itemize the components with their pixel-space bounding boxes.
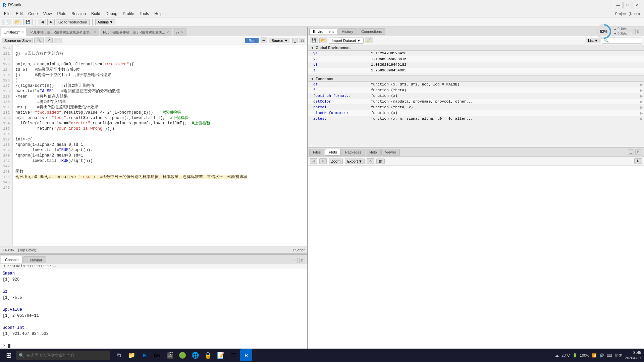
env-max-btn[interactable]: □ <box>635 29 641 34</box>
plots-back-btn[interactable]: ◀ <box>310 158 317 164</box>
import-dataset-btn[interactable]: Import Dataset ▼ <box>329 38 364 44</box>
console-min-btn[interactable]: _ <box>292 258 298 263</box>
pane-min-btn[interactable]: _ <box>292 38 298 43</box>
tab-packages[interactable]: Packages <box>341 149 365 156</box>
open-file-btn[interactable]: 📂 <box>13 19 22 25</box>
close-btn[interactable]: ✕ <box>633 2 641 8</box>
menu-view[interactable]: View <box>41 11 55 17</box>
code-content[interactable]: g) #回归方程作为矩方程 on(x,n,sigma,alpha,u0=0,al… <box>13 45 307 246</box>
go-to-file-btn[interactable]: Go to file/function <box>56 19 90 25</box>
files-max-btn[interactable]: □ <box>635 149 641 155</box>
menu-debug[interactable]: Debug <box>103 11 120 17</box>
format-btn[interactable]: — <box>54 38 62 43</box>
file-explorer-icon[interactable]: 📁 <box>125 349 138 361</box>
env-row-y3[interactable]: y3 1.08392019449182 <box>308 62 644 68</box>
files-min-btn[interactable]: _ <box>628 149 634 155</box>
env-row-z[interactable]: z 1.95996398454005 <box>308 68 644 73</box>
env-func-df[interactable]: df function (x, df1, df2, ncp, log = FAL… <box>308 82 644 87</box>
console-line-pval-label: $p.value <box>3 307 305 313</box>
back-btn[interactable]: ◀ <box>39 19 46 25</box>
menu-profile[interactable]: Profile <box>120 11 137 17</box>
menu-tools[interactable]: Tools <box>137 11 152 17</box>
green-app-icon[interactable]: 🟢 <box>176 349 189 361</box>
env-save-btn[interactable]: 💾 <box>310 38 318 43</box>
script-type: R Script <box>291 248 305 252</box>
pane-max-btn[interactable]: □ <box>300 38 305 43</box>
tab-pbl1[interactable]: PBL中稿：基于R语言实现重庆房价走势... ✕ <box>28 28 99 36</box>
delete-plot-btn[interactable]: ✕ <box>367 158 374 164</box>
tab-help[interactable]: Help <box>366 149 381 156</box>
tab-untitled[interactable]: Untitled1* ✕ <box>1 28 27 36</box>
taskbar-search-container[interactable]: 🔍 <box>16 351 110 360</box>
menu-plots[interactable]: Plots <box>55 11 69 17</box>
tab-plots[interactable]: Plots <box>325 149 340 156</box>
source-on-save-btn[interactable]: Source on Save <box>2 38 33 43</box>
run-button[interactable]: Run <box>245 38 259 43</box>
rstudio-icon[interactable]: R <box>240 349 252 361</box>
spell-btn[interactable]: ✓ <box>45 38 53 43</box>
tab-terminal[interactable]: Terminal <box>23 256 46 263</box>
code-editor[interactable]: 120121122123 124125126127 128129130131 1… <box>0 45 307 246</box>
forward-btn[interactable]: ▶ <box>47 19 55 25</box>
tab-rx[interactable]: rx ✕ <box>173 28 187 36</box>
env-min-btn[interactable]: _ <box>628 29 634 34</box>
tab-console[interactable]: Console <box>1 256 23 263</box>
refresh-btn[interactable]: ↻ <box>634 158 642 164</box>
taskbar-search-input[interactable] <box>26 353 107 358</box>
env-func-f[interactable]: f function (theta) ▶ <box>308 87 644 93</box>
console-output[interactable]: $mean [1] 928 $z [1] -6.6 $p.value [1] 2… <box>0 269 307 349</box>
console-max-btn[interactable]: □ <box>299 258 305 263</box>
tab-viewer[interactable]: Viewer <box>381 149 400 156</box>
media-icon[interactable]: 🎬 <box>164 349 176 361</box>
tab-environment[interactable]: Environment <box>309 28 337 35</box>
menu-edit[interactable]: Edit <box>13 11 25 17</box>
files-tabs: Files Plots Packages Help Viewer <box>309 149 400 156</box>
env-load-btn[interactable]: 📂 <box>319 38 327 43</box>
menu-code[interactable]: Code <box>25 11 41 17</box>
env-func-normal[interactable]: normal function (theta, x) ▶ <box>308 105 644 110</box>
menu-help[interactable]: Help <box>152 11 165 17</box>
taskview-btn[interactable]: ⧉ <box>113 349 125 361</box>
clock-date: 2020/6/27 <box>625 356 641 361</box>
edge-icon[interactable]: e <box>138 349 150 361</box>
browser-icon[interactable]: 🌐 <box>189 349 201 361</box>
plots-forward-btn[interactable]: ▶ <box>319 158 327 164</box>
addins-btn[interactable]: Addins ▼ <box>95 19 116 25</box>
window-controls: — □ ✕ <box>614 2 641 8</box>
export-btn[interactable]: Export ▼ <box>345 159 365 164</box>
menu-session[interactable]: Session <box>69 11 89 17</box>
env-row-y1[interactable]: y1 1.11234939596426 <box>308 51 644 56</box>
env-func-ztest[interactable]: z.test function (x, n, sigma, alpha, u0 … <box>308 116 644 122</box>
tab-pbl2[interactable]: PBL小组报告终稿：基于R语言实现重庆... ✕ <box>100 28 172 36</box>
menu-build[interactable]: Build <box>89 11 103 17</box>
console-line-z-val: [1] -6.6 <box>3 295 305 301</box>
shield-icon[interactable]: 🛡 <box>227 349 239 361</box>
maximize-btn[interactable]: □ <box>623 2 632 8</box>
store-icon[interactable]: 🛍 <box>151 349 163 361</box>
tab-pbl2-close[interactable]: ✕ <box>166 31 169 34</box>
system-tray: ☁ 23°C 🔋 100% 📶 🔊 ⌨ 简体 8:45 2020/6/27 <box>555 350 641 361</box>
save-btn[interactable]: 💾 <box>23 19 33 25</box>
word-icon[interactable]: 📝 <box>215 349 227 361</box>
clear-plots-btn[interactable]: 🗑 <box>376 159 385 164</box>
env-func-footinch[interactable]: footinch_format... function (x) ▶ <box>308 93 644 99</box>
tab-history[interactable]: History <box>338 28 357 35</box>
menu-file[interactable]: File <box>1 11 13 17</box>
find-btn[interactable]: 🔍 <box>34 38 44 43</box>
new-file-btn[interactable]: 📄 <box>2 19 11 25</box>
tab-pbl1-close[interactable]: ✕ <box>94 31 96 34</box>
tab-files[interactable]: Files <box>309 149 324 156</box>
env-func-timehm[interactable]: timeHM_formatter function (x) ▶ <box>308 110 644 116</box>
re-run-btn[interactable]: ↩ <box>261 38 267 43</box>
clear-env-btn[interactable]: 🧹 <box>365 38 373 43</box>
tab-connections[interactable]: Connections <box>358 28 385 35</box>
start-button[interactable]: ⊞ <box>3 349 15 361</box>
minimize-btn[interactable]: — <box>614 2 623 8</box>
env-row-y2[interactable]: y2 1.10559859838816 <box>308 56 644 62</box>
tab-untitled-close[interactable]: ✕ <box>21 30 24 34</box>
tab-rx-close[interactable]: ✕ <box>181 31 183 34</box>
env-func-getcolor[interactable]: getColor function (mapdata, provname, pr… <box>308 99 644 105</box>
source-button[interactable]: Source ▼ <box>269 38 290 43</box>
security-icon[interactable]: 🔒 <box>202 349 214 361</box>
zoom-btn[interactable]: Zoom <box>329 159 343 164</box>
